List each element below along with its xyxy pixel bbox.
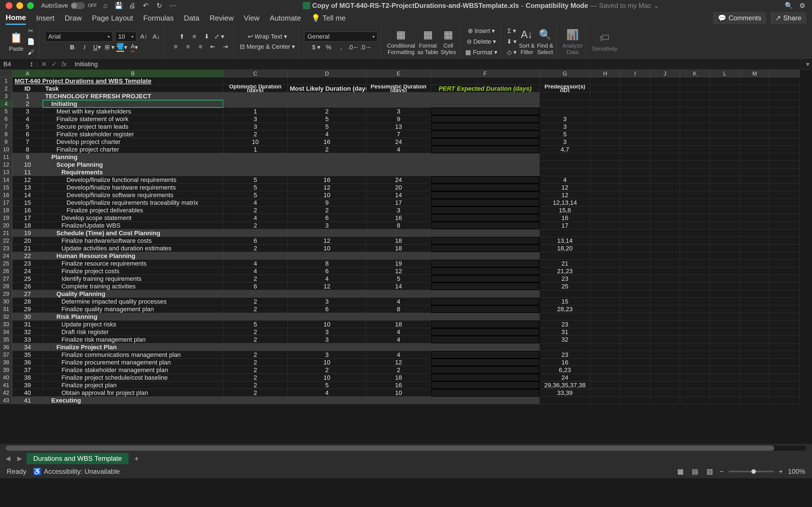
cell[interactable] [740,321,770,328]
cell[interactable] [620,229,650,237]
cell[interactable]: 2 [223,336,288,343]
cell[interactable] [680,100,710,108]
home-icon[interactable]: ⌂ [101,2,109,10]
cell[interactable]: 16 [12,207,43,214]
decrease-decimal-icon[interactable]: .0→ [361,43,371,52]
cell[interactable] [680,305,710,313]
cell[interactable]: 5 [223,191,288,199]
cell[interactable] [740,366,770,374]
cell[interactable] [740,351,770,358]
cell[interactable] [650,108,680,115]
cell[interactable]: 23 [540,321,591,328]
align-middle-icon[interactable]: ≡ [189,32,199,41]
cell[interactable]: 6 [288,305,366,313]
cell[interactable]: 14 [12,191,43,199]
cell[interactable]: Develop project charter [43,138,223,146]
cell[interactable] [650,176,680,184]
cell[interactable] [650,267,680,275]
font-color-button[interactable]: A ▾ [129,43,139,52]
cell[interactable]: 8 [288,260,366,267]
cell[interactable]: 4 [223,260,288,267]
cell[interactable] [650,237,680,244]
cell[interactable] [620,389,650,397]
cell[interactable]: 6 [12,130,43,138]
row-header[interactable]: 5 [0,108,12,115]
align-right-icon[interactable]: ≡ [195,42,206,51]
cell[interactable] [223,93,288,100]
cell[interactable] [591,85,620,93]
cell[interactable] [591,336,620,343]
sheet-tab-active[interactable]: Durations and WBS Template [27,453,129,464]
cell[interactable] [431,123,540,130]
cell[interactable]: 23 [540,275,591,283]
cell[interactable] [680,267,710,275]
cell[interactable] [710,351,740,358]
cell[interactable] [431,343,540,351]
cell[interactable] [650,184,680,191]
cell[interactable] [740,130,770,138]
cell[interactable] [740,267,770,275]
cell[interactable] [366,290,431,298]
cell[interactable]: 3 [540,115,591,123]
cell[interactable]: 2 [223,374,288,381]
cell[interactable] [591,146,620,153]
cell[interactable] [431,260,540,267]
cell[interactable] [680,336,710,343]
ribbon-options-icon[interactable]: ⚙ [799,2,806,10]
cell[interactable] [620,328,650,336]
cell[interactable]: 21 [540,260,591,267]
cell[interactable] [740,184,770,191]
cell[interactable]: 15,8 [540,207,591,214]
cell[interactable] [540,290,591,298]
cell[interactable] [288,397,366,404]
cell[interactable] [710,77,740,85]
cell[interactable] [223,397,288,404]
cell[interactable] [740,358,770,366]
cell[interactable] [620,366,650,374]
cancel-formula-icon[interactable]: ✕ [41,60,47,68]
cell[interactable]: 17 [366,199,431,207]
cell[interactable]: 2 [288,108,366,115]
cell[interactable]: 8 [366,222,431,229]
cell[interactable] [620,321,650,328]
cell[interactable] [650,85,680,93]
cell[interactable] [650,260,680,267]
cell[interactable]: 4 [288,275,366,283]
more-icon[interactable]: ⋯ [169,2,177,10]
cell[interactable] [620,222,650,229]
cell[interactable]: 10 [12,161,43,168]
cell[interactable] [740,244,770,252]
cell[interactable] [770,267,800,275]
cell[interactable] [620,153,650,161]
cell[interactable]: 24 [366,176,431,184]
cell[interactable]: 17 [12,214,43,222]
column-header[interactable]: D [288,70,366,77]
cell[interactable]: 19 [366,260,431,267]
cell[interactable]: 1 [12,93,43,100]
cell[interactable]: 2 [223,351,288,358]
cell[interactable] [770,397,800,404]
cell[interactable] [740,207,770,214]
cell[interactable] [431,381,540,389]
cell[interactable] [620,305,650,313]
cell[interactable] [770,222,800,229]
tab-data[interactable]: Data [184,12,199,24]
format-cells-button[interactable]: ▦Format ▾ [465,48,497,57]
cell[interactable] [680,184,710,191]
cell[interactable] [650,374,680,381]
cell[interactable] [431,161,540,168]
cell[interactable] [770,176,800,184]
cell[interactable] [620,336,650,343]
cell[interactable] [540,93,591,100]
cell[interactable]: Finalize communications management plan [43,351,223,358]
cell[interactable]: Finalize project charter [43,146,223,153]
cell[interactable] [591,191,620,199]
cell[interactable] [540,77,591,85]
cell[interactable] [288,168,366,176]
column-header[interactable]: E [366,70,431,77]
cell[interactable] [770,237,800,244]
row-header[interactable]: 37 [0,351,12,358]
cell[interactable]: 20 [12,237,43,244]
name-box[interactable]: B4▲▼ [0,61,37,68]
cell[interactable] [770,358,800,366]
